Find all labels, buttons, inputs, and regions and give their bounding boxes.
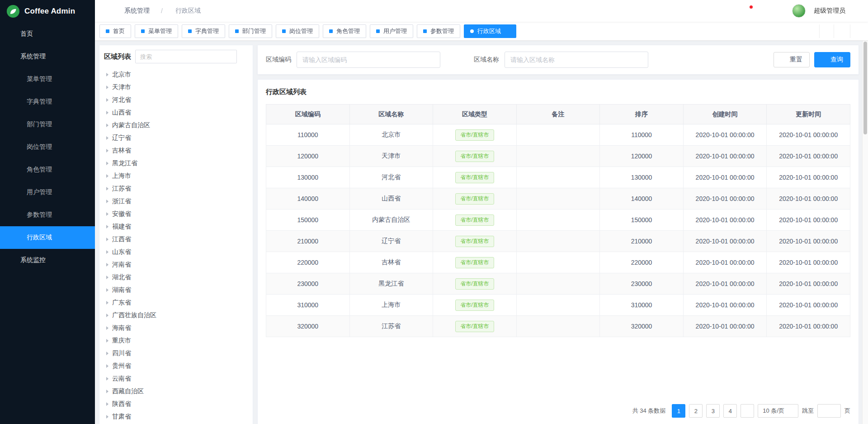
region-name-input[interactable]: [505, 52, 648, 68]
caret-right-icon[interactable]: [106, 415, 108, 419]
more-options-icon[interactable]: [241, 53, 248, 60]
reset-button[interactable]: 重置: [774, 52, 810, 67]
window-scrollbar[interactable]: [862, 41, 868, 424]
caret-right-icon[interactable]: [106, 212, 108, 216]
table-row[interactable]: 230000黑龙江省省市/直辖市2300002020-10-01 00:00:0…: [266, 273, 850, 295]
tree-item[interactable]: 江西省: [99, 233, 253, 246]
tree-item[interactable]: 内蒙古自治区: [99, 119, 253, 132]
tree-item[interactable]: 湖北省: [99, 271, 253, 284]
caret-right-icon[interactable]: [106, 250, 108, 254]
tab-user-management[interactable]: 用户管理: [370, 24, 413, 38]
caret-right-icon[interactable]: [106, 111, 108, 114]
sidebar-item-dept-management[interactable]: 部门管理: [0, 113, 95, 136]
caret-right-icon[interactable]: [106, 200, 108, 203]
tree-item[interactable]: 河北省: [99, 94, 253, 106]
layout-panel-icon[interactable]: [850, 24, 864, 38]
tab-home[interactable]: 首页: [99, 24, 131, 38]
caret-right-icon[interactable]: [106, 187, 108, 191]
table-row[interactable]: 220000吉林省省市/直辖市2200002020-10-01 00:00:00…: [266, 252, 850, 273]
notification-bell[interactable]: [743, 7, 751, 15]
caret-right-icon[interactable]: [106, 162, 108, 165]
breadcrumb-system-management[interactable]: 系统管理: [116, 7, 157, 15]
sidebar-item-system-management[interactable]: 系统管理: [0, 45, 95, 68]
density-icon[interactable]: [826, 88, 834, 96]
tree-item[interactable]: 海南省: [99, 322, 253, 334]
caret-right-icon[interactable]: [106, 301, 108, 305]
sidebar-item-param-management[interactable]: 参数管理: [0, 204, 95, 226]
tab-admin-region[interactable]: 行政区域: [464, 24, 516, 38]
jump-page-input[interactable]: [817, 404, 841, 418]
tree-item[interactable]: 山西省: [99, 106, 253, 119]
tree-item[interactable]: 江苏省: [99, 182, 253, 195]
tab-role-management[interactable]: 角色管理: [323, 24, 366, 38]
caret-right-icon[interactable]: [106, 314, 108, 317]
caret-right-icon[interactable]: [106, 276, 108, 279]
sidebar-item-role-management[interactable]: 角色管理: [0, 158, 95, 181]
translate-icon[interactable]: [776, 7, 784, 15]
caret-right-icon[interactable]: [106, 390, 108, 393]
refresh-page-icon[interactable]: [819, 24, 834, 38]
caret-right-icon[interactable]: [106, 73, 108, 76]
settings-gear-icon[interactable]: [854, 7, 862, 15]
caret-right-icon[interactable]: [106, 339, 108, 343]
tab-dept-management[interactable]: 部门管理: [229, 24, 272, 38]
tree-item[interactable]: 北京市: [99, 68, 253, 81]
caret-right-icon[interactable]: [106, 377, 108, 381]
user-avatar[interactable]: [792, 4, 806, 18]
caret-right-icon[interactable]: [106, 402, 108, 406]
sidebar-item-dict-management[interactable]: 字典管理: [0, 91, 95, 113]
refresh-table-icon[interactable]: [810, 88, 818, 96]
region-search-input[interactable]: [135, 50, 237, 63]
collapse-sidebar-icon[interactable]: [101, 7, 109, 15]
caret-right-icon[interactable]: [106, 352, 108, 355]
tree-item[interactable]: 安徽省: [99, 208, 253, 220]
tab-post-management[interactable]: 岗位管理: [276, 24, 319, 38]
tree-item[interactable]: 黑龙江省: [99, 157, 253, 170]
tree-item[interactable]: 山东省: [99, 246, 253, 258]
tab-param-management[interactable]: 参数管理: [417, 24, 460, 38]
sidebar-item-system-monitor[interactable]: 系统监控: [0, 249, 95, 272]
sidebar-item-home[interactable]: 首页: [0, 23, 95, 45]
table-row[interactable]: 210000辽宁省省市/直辖市2100002020-10-01 00:00:00…: [266, 231, 850, 252]
tree-item[interactable]: 福建省: [99, 220, 253, 233]
scrollbar-thumb[interactable]: [863, 42, 867, 134]
next-page-button[interactable]: [741, 404, 754, 418]
tab-dict-management[interactable]: 字典管理: [182, 24, 225, 38]
caret-right-icon[interactable]: [106, 124, 108, 127]
caret-right-icon[interactable]: [106, 86, 108, 89]
sidebar-item-user-management[interactable]: 用户管理: [0, 181, 95, 204]
caret-right-icon[interactable]: [106, 238, 108, 241]
column-settings-icon[interactable]: [843, 88, 850, 96]
caret-right-icon[interactable]: [106, 288, 108, 292]
tree-item[interactable]: 贵州省: [99, 360, 253, 372]
page-button-2[interactable]: 2: [689, 404, 703, 418]
tree-item[interactable]: 浙江省: [99, 195, 253, 208]
page-button-3[interactable]: 3: [706, 404, 720, 418]
caret-right-icon[interactable]: [106, 263, 108, 267]
page-button-4[interactable]: 4: [723, 404, 737, 418]
table-row[interactable]: 310000上海市省市/直辖市3100002020-10-01 00:00:00…: [266, 295, 850, 316]
tree-item[interactable]: 广西壮族自治区: [99, 309, 253, 322]
user-name[interactable]: 超级管理员: [814, 7, 845, 15]
caret-right-icon[interactable]: [106, 364, 108, 368]
fullscreen-icon[interactable]: [760, 7, 768, 15]
sidebar-item-menu-management[interactable]: 菜单管理: [0, 68, 95, 91]
tree-item[interactable]: 四川省: [99, 347, 253, 360]
tree-item[interactable]: 云南省: [99, 372, 253, 385]
search-icon[interactable]: [727, 7, 735, 15]
tab-options-chevron-icon[interactable]: [834, 24, 848, 38]
tree-item[interactable]: 吉林省: [99, 144, 253, 157]
close-tab-icon[interactable]: [505, 29, 510, 34]
table-row[interactable]: 140000山西省省市/直辖市1400002020-10-01 00:00:00…: [266, 188, 850, 210]
tree-item[interactable]: 河南省: [99, 258, 253, 271]
page-button-1[interactable]: 1: [672, 404, 685, 418]
page-size-select[interactable]: 10 条/页: [758, 404, 798, 418]
caret-right-icon[interactable]: [106, 326, 108, 330]
tree-item[interactable]: 广东省: [99, 296, 253, 309]
query-button[interactable]: 查询: [814, 52, 850, 67]
tree-item[interactable]: 重庆市: [99, 334, 253, 347]
tree-item[interactable]: 陕西省: [99, 398, 253, 410]
search-icon[interactable]: [226, 53, 233, 60]
app-logo[interactable]: Coffee Admin: [0, 0, 95, 23]
table-row[interactable]: 110000北京市省市/直辖市1100002020-10-01 00:00:00…: [266, 124, 850, 146]
